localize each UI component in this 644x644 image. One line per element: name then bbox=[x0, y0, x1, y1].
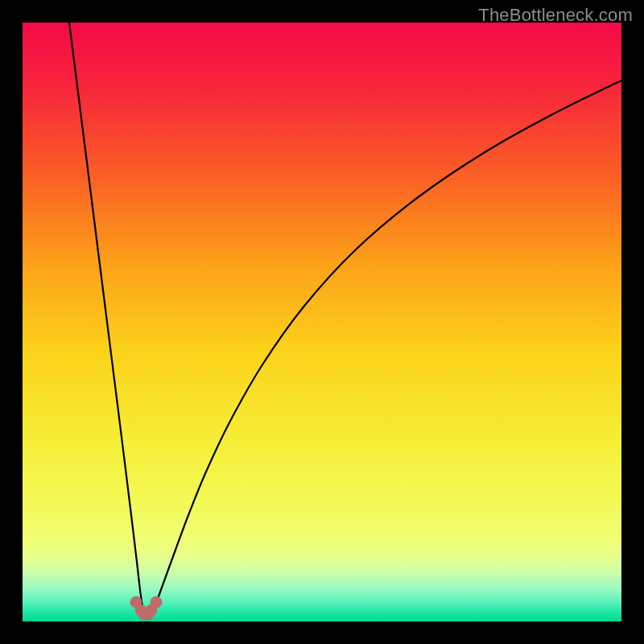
bottom-marker-cluster bbox=[130, 597, 162, 620]
curve-layer bbox=[23, 23, 621, 621]
curve-right-branch bbox=[151, 80, 621, 615]
watermark-text: TheBottleneck.com bbox=[478, 5, 633, 26]
curve-left-branch bbox=[69, 23, 144, 615]
marker-dot bbox=[151, 597, 162, 608]
plot-area bbox=[23, 23, 621, 621]
outer-frame: TheBottleneck.com bbox=[0, 0, 644, 644]
